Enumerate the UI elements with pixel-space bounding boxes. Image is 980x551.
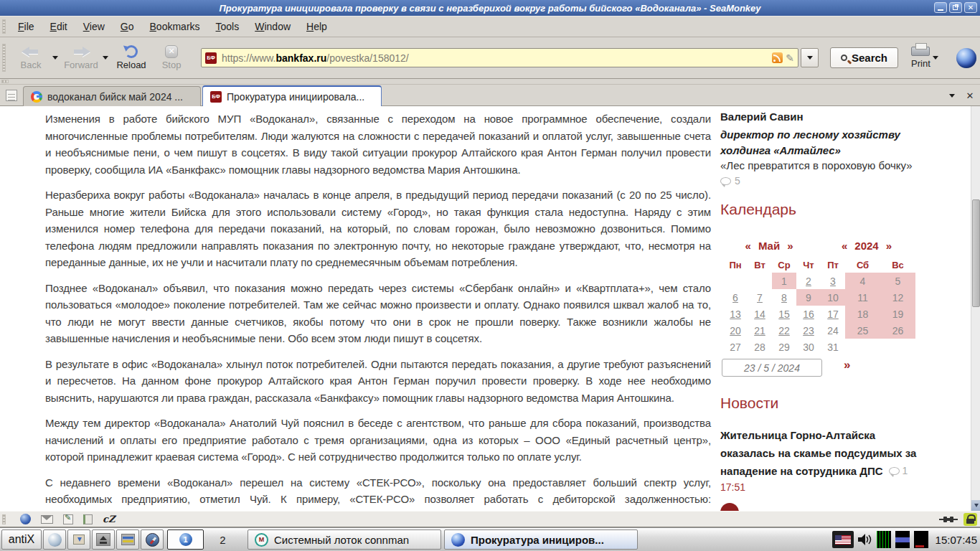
menu-help[interactable]: Help [298,18,335,35]
launcher-eject-button[interactable] [92,529,115,550]
print-button[interactable]: Print [911,47,930,69]
chatzilla-component-icon[interactable]: cZ [103,514,115,524]
tab-2[interactable]: БФПрокуратура инициировала... [202,85,382,106]
calendar-day[interactable]: 3 [821,273,845,289]
calendar-day[interactable]: 16 [796,306,821,322]
calendar-day[interactable]: 23 [796,322,821,339]
navigator-component-icon[interactable] [20,514,31,524]
calendar-day: 5 [880,273,915,289]
antix-menu-button[interactable]: antiX [1,529,42,550]
stop-button[interactable]: ✕ Stop [152,39,191,77]
network-monitor-applet[interactable] [914,531,928,548]
tab-1[interactable]: водоканал бийск май 2024 ... [23,86,201,106]
menu-bar: FileEditViewGoBookmarksToolsWindowHelp [0,16,980,37]
menu-bar-items: FileEditViewGoBookmarksToolsWindowHelp [10,20,335,33]
print-icon [911,47,930,56]
system-tray: 15:07:45 [832,529,977,550]
launcher-files-button[interactable] [116,529,139,550]
site-favicon[interactable]: БФ [205,52,217,64]
memory-monitor-applet[interactable] [895,531,910,548]
launcher-package-button[interactable] [67,529,90,550]
taskbar-window-1[interactable]: MСистемный лоток connman [248,529,441,550]
back-dropdown[interactable] [50,39,60,77]
launcher-browser-button[interactable] [141,529,164,550]
launcher-globe-button[interactable] [43,529,66,550]
offline-status-plug-icon[interactable] [939,514,958,524]
reload-button[interactable]: Reload [112,39,151,77]
calendar-day-header: Сб [845,257,880,273]
composer-component-icon[interactable] [63,514,73,524]
calendar-date-input[interactable]: 23 / 5 / 2024 [722,359,822,377]
menu-window[interactable]: Window [247,18,298,35]
sidebar: Валерий Савин директор по лесному хозяйс… [720,106,928,511]
rss-feed-icon[interactable] [772,52,783,63]
calendar-day[interactable]: 7 [748,289,772,306]
menu-file[interactable]: File [10,18,42,35]
back-button[interactable]: Back [11,39,50,77]
calendar-day[interactable]: 2 [796,273,821,289]
calendar-day: 30 [796,339,821,355]
calendar-go-button[interactable]: » [844,358,850,372]
addressbook-component-icon[interactable] [83,514,93,524]
list-all-tabs-button[interactable] [946,89,958,102]
tab-bar: водоканал бийск май 2024 ...БФПрокуратур… [0,85,980,106]
keyboard-layout-flag-icon[interactable] [832,531,854,548]
url-input[interactable]: БФ https://www.bankfax.ru/povestka/15801… [201,48,798,67]
new-tab-button[interactable] [6,90,17,101]
status-bar: cZ [0,511,980,527]
news-item-link[interactable]: Жительница Горно-Алтайска оказалась на с… [720,426,925,480]
next-year-button[interactable]: » [886,240,892,252]
workspace-2-button[interactable]: 2 [204,529,241,550]
menu-go[interactable]: Go [113,18,142,35]
calendar-day[interactable]: 20 [723,322,748,339]
workspace-1-button[interactable]: 1 [167,529,204,550]
calendar-day[interactable]: 22 [772,322,796,339]
calendar-day[interactable]: 6 [723,289,748,306]
security-lock-icon[interactable] [963,513,977,526]
calendar-day[interactable]: 14 [748,306,772,322]
statusbar-grippy[interactable] [2,514,6,524]
chevron-down-icon [933,56,938,60]
taskbar-window-2[interactable]: Прокуратура инициров... [444,529,638,550]
menubar-grippy[interactable] [2,19,6,34]
calendar-month: Май [758,240,780,252]
calendar-day-header: Чт [796,257,821,273]
minimize-button[interactable] [934,2,947,13]
menu-edit[interactable]: Edit [42,18,75,35]
close-button[interactable]: ✕ [964,2,977,13]
search-button[interactable]: Search [830,47,898,68]
mail-component-icon[interactable] [41,515,53,524]
seamonkey-throbber-icon[interactable] [956,48,976,68]
cpu-monitor-applet[interactable] [877,531,891,548]
collapsed-personal-toolbar [0,79,980,85]
forward-button[interactable]: Forward [62,39,100,77]
url-history-dropdown[interactable] [801,48,819,67]
expert-quote-link[interactable]: «Лес превратится в пороховую бочку» [720,159,913,171]
calendar-day[interactable]: 8 [772,289,796,306]
menu-bookmarks[interactable]: Bookmarks [142,18,208,35]
prev-year-button[interactable]: « [842,240,847,252]
forward-dropdown[interactable] [100,39,110,77]
connman-icon: M [255,533,268,547]
menu-view[interactable]: View [75,18,113,35]
calendar-day[interactable]: 17 [821,306,845,322]
forward-icon [71,45,91,58]
minimize-icon [938,9,943,11]
edit-bookmark-icon[interactable]: ✎ [786,52,794,64]
toolbar-grippy[interactable] [2,44,6,72]
print-dropdown[interactable] [930,39,941,77]
calendar-day[interactable]: 21 [748,322,772,339]
menu-tools[interactable]: Tools [208,18,248,35]
calendar-day-header: Ср [772,257,796,273]
calendar-day[interactable]: 15 [772,306,796,322]
next-month-button[interactable]: » [787,240,793,252]
prev-month-button[interactable]: « [745,240,751,252]
eject-icon [96,533,110,546]
maximize-button[interactable] [949,2,962,13]
close-tab-button[interactable]: ✕ [963,89,976,102]
calendar-day[interactable]: 13 [723,306,748,322]
personal-toolbar-grippy[interactable] [1,80,9,83]
scrollbar-thumb[interactable] [972,199,980,307]
volume-icon[interactable] [858,534,872,545]
scrollbar-down-button[interactable] [971,500,980,511]
